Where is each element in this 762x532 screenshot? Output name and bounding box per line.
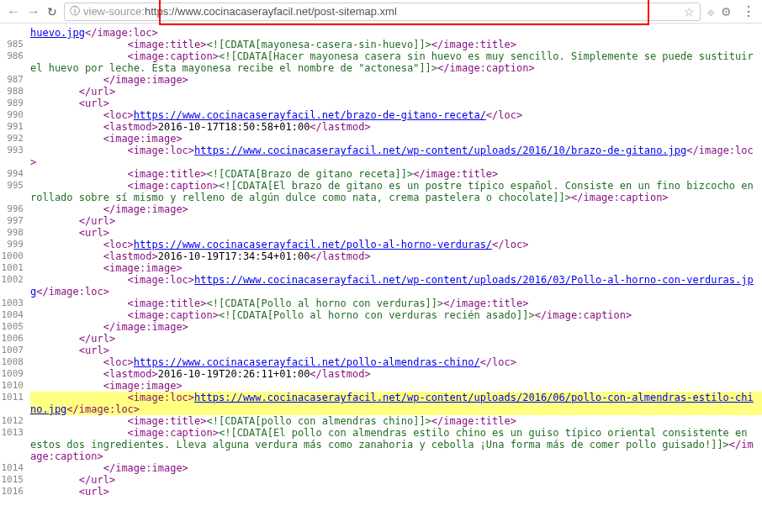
- source-line: 986 <image:caption><![CDATA[Hacer mayone…: [0, 50, 762, 74]
- line-number: [0, 27, 30, 39]
- text-node: 2016-10-19T20:26:11+01:00: [158, 368, 310, 380]
- source-line: 985 <image:title><![CDATA[mayonesa-caser…: [0, 39, 762, 50]
- bookmark-star-icon[interactable]: ☆: [684, 5, 695, 18]
- source-line: 999 <loc>https://www.cocinacaserayfacil.…: [0, 239, 762, 250]
- address-bar[interactable]: ⓘ view-source:https://www.cocinacaserayf…: [64, 3, 701, 21]
- line-content: <image:title><![CDATA[Pollo al horno con…: [30, 298, 762, 309]
- reload-button[interactable]: ↻: [47, 5, 57, 18]
- line-number: 1002: [0, 274, 30, 298]
- line-content: <image:caption><![CDATA[Hacer mayonesa c…: [30, 50, 762, 74]
- xml-tag: </image:loc>: [66, 403, 140, 415]
- xml-tag: </image:caption>: [437, 62, 535, 74]
- line-number: 1014: [0, 462, 30, 474]
- xml-tag: <loc>: [103, 239, 134, 250]
- forward-button[interactable]: →: [27, 4, 40, 19]
- line-number: 999: [0, 239, 30, 250]
- text-node: 2016-10-19T17:34:54+01:00: [158, 250, 310, 262]
- xml-tag: </image:image>: [103, 203, 188, 215]
- source-line: 1008 <loc>https://www.cocinacaserayfacil…: [0, 356, 762, 368]
- line-number: 988: [0, 86, 30, 97]
- line-content: <loc>https://www.cocinacaserayfacil.net/…: [30, 239, 762, 250]
- xml-tag: </lastmod>: [310, 250, 370, 262]
- line-number: 1013: [0, 427, 30, 462]
- line-number: 1007: [0, 345, 30, 356]
- line-number: 990: [0, 109, 30, 121]
- xml-tag: <url>: [79, 227, 109, 239]
- info-icon[interactable]: ⓘ: [70, 4, 80, 18]
- xml-tag: <lastmod>: [103, 250, 158, 262]
- source-line: 1016 <url>: [0, 486, 762, 498]
- xml-tag: </image:caption>: [571, 192, 669, 203]
- line-content: <image:image>: [30, 133, 762, 145]
- xml-tag: <image:title>: [128, 168, 207, 180]
- line-content: </image:image>: [30, 203, 762, 215]
- line-content: <loc>https://www.cocinacaserayfacil.net/…: [30, 356, 762, 368]
- xml-tag: </url>: [79, 333, 115, 345]
- url-link[interactable]: https://www.cocinacaserayfacil.net/pollo…: [134, 239, 492, 250]
- cdata-text: <![CDATA[Pollo al horno con verduras]]>: [207, 298, 444, 309]
- xml-tag: </url>: [79, 86, 115, 97]
- line-number: 1016: [0, 486, 30, 498]
- line-content: <image:title><![CDATA[mayonesa-casera-si…: [30, 39, 762, 50]
- url-link[interactable]: https://www.cocinacaserayfacil.net/pollo…: [134, 356, 480, 368]
- line-number: 1012: [0, 415, 30, 427]
- source-line: 1001 <image:image>: [0, 262, 762, 274]
- xml-tag: </image:loc>: [85, 27, 158, 39]
- xml-tag: <image:caption>: [128, 427, 219, 439]
- back-button[interactable]: ←: [7, 4, 20, 19]
- xml-tag: <image:title>: [128, 415, 207, 427]
- url-link[interactable]: https://www.cocinacaserayfacil.net/wp-co…: [194, 145, 686, 156]
- line-number: 1015: [0, 474, 30, 486]
- xml-tag: </image:caption>: [535, 309, 632, 321]
- line-number: 1003: [0, 298, 30, 309]
- xml-tag: <image:title>: [128, 298, 207, 309]
- xml-tag: </image:loc>: [36, 286, 109, 298]
- source-code-viewer: huevo.jpg</image:loc>985 <image:title><!…: [0, 24, 762, 501]
- line-number: 1004: [0, 309, 30, 321]
- xml-tag: </lastmod>: [310, 368, 370, 380]
- url-link[interactable]: huevo.jpg: [30, 27, 85, 39]
- source-line: 993 <image:loc>https://www.cocinacaseray…: [0, 145, 762, 168]
- line-number: 987: [0, 74, 30, 86]
- source-line: huevo.jpg</image:loc>: [0, 27, 762, 39]
- source-line: 1003 <image:title><![CDATA[Pollo al horn…: [0, 298, 762, 309]
- line-content: <image:caption><![CDATA[El brazo de gita…: [30, 180, 762, 203]
- extension-icon-1[interactable]: ⟐: [707, 5, 714, 18]
- line-content: </image:image>: [30, 462, 762, 474]
- line-number: 991: [0, 121, 30, 133]
- xml-tag: </image:image>: [103, 462, 188, 474]
- line-content: <loc>https://www.cocinacaserayfacil.net/…: [30, 109, 762, 121]
- url-link[interactable]: https://www.cocinacaserayfacil.net/brazo…: [134, 109, 486, 121]
- xml-tag: <url>: [79, 345, 109, 356]
- xml-tag: <image:caption>: [128, 309, 219, 321]
- extension-icons: ⟐ ⚙: [707, 5, 732, 18]
- menu-button[interactable]: ⋮: [742, 3, 755, 19]
- url-text: view-source:https://www.cocinacaserayfac…: [83, 5, 397, 18]
- line-number: 1005: [0, 321, 30, 333]
- line-content: <lastmod>2016-10-19T20:26:11+01:00</last…: [30, 368, 762, 380]
- source-line: 1000 <lastmod>2016-10-19T17:34:54+01:00<…: [0, 250, 762, 262]
- line-content: <url>: [30, 227, 762, 239]
- line-content: <url>: [30, 486, 762, 498]
- line-content: </url>: [30, 215, 762, 227]
- xml-tag: </lastmod>: [310, 121, 370, 133]
- xml-tag: </loc>: [480, 356, 516, 368]
- extension-icon-2[interactable]: ⚙: [721, 5, 732, 18]
- source-line: 989 <url>: [0, 97, 762, 109]
- xml-tag: </loc>: [486, 109, 522, 121]
- source-line: 996 </image:image>: [0, 203, 762, 215]
- browser-toolbar: ← → ↻ ⓘ view-source:https://www.cocinaca…: [0, 0, 762, 24]
- line-number: 1011: [0, 392, 30, 415]
- source-line: 991 <lastmod>2016-10-17T18:50:58+01:00</…: [0, 121, 762, 133]
- xml-tag: </image:title>: [443, 298, 528, 309]
- line-number: 985: [0, 39, 30, 50]
- line-number: 1010: [0, 380, 30, 392]
- line-content: </url>: [30, 86, 762, 97]
- xml-tag: <image:image>: [103, 262, 183, 274]
- line-content: <image:caption><![CDATA[Pollo al horno c…: [30, 309, 762, 321]
- line-content: <image:loc>https://www.cocinacaserayfaci…: [30, 145, 762, 168]
- source-line: 1005 </image:image>: [0, 321, 762, 333]
- source-line: 1015 </url>: [0, 474, 762, 486]
- line-number: 997: [0, 215, 30, 227]
- source-line: 997 </url>: [0, 215, 762, 227]
